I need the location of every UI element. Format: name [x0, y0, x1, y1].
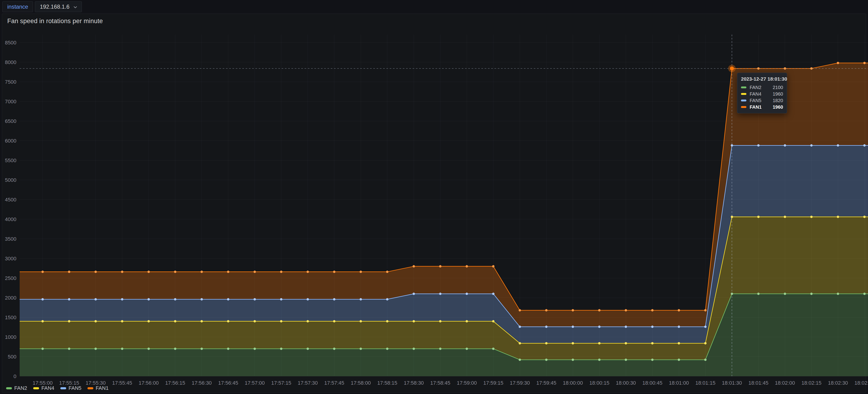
tooltip-timestamp: 2023-12-27 18:01:30 [741, 76, 783, 82]
svg-text:17:55:45: 17:55:45 [112, 380, 132, 386]
svg-text:8500: 8500 [5, 40, 17, 45]
grafana-dashboard: { "variable_bar": { "label": "instance",… [0, 0, 868, 394]
svg-text:18:00:30: 18:00:30 [616, 380, 636, 386]
svg-text:18:00:00: 18:00:00 [563, 380, 583, 386]
series-color-swatch [741, 93, 746, 95]
tooltip-row-fan2: FAN2 2100 [741, 84, 783, 91]
svg-text:18:02:45: 18:02:45 [855, 380, 868, 386]
svg-text:17:58:00: 17:58:00 [351, 380, 371, 386]
svg-text:5500: 5500 [5, 158, 17, 163]
svg-text:17:59:15: 17:59:15 [483, 380, 503, 386]
hover-tooltip: 2023-12-27 18:01:30 FAN2 2100 FAN4 1960 … [737, 73, 787, 113]
svg-text:18:00:15: 18:00:15 [589, 380, 610, 386]
svg-text:17:58:15: 17:58:15 [377, 380, 397, 386]
svg-text:18:02:00: 18:02:00 [775, 380, 795, 386]
svg-text:8000: 8000 [5, 59, 17, 65]
svg-text:6000: 6000 [5, 138, 17, 144]
svg-text:17:57:45: 17:57:45 [324, 380, 344, 386]
svg-text:2000: 2000 [5, 295, 17, 301]
svg-text:17:59:45: 17:59:45 [536, 380, 556, 386]
svg-text:17:59:30: 17:59:30 [510, 380, 530, 386]
svg-text:500: 500 [8, 354, 17, 360]
series-color-swatch [60, 387, 66, 389]
svg-text:18:01:00: 18:01:00 [669, 380, 689, 386]
svg-text:18:01:30: 18:01:30 [722, 380, 742, 386]
svg-text:17:56:00: 17:56:00 [139, 380, 159, 386]
svg-text:18:00:45: 18:00:45 [642, 380, 662, 386]
svg-text:18:01:45: 18:01:45 [748, 380, 769, 386]
series-color-swatch [6, 387, 12, 389]
svg-text:3500: 3500 [5, 236, 17, 242]
legend-item-fan5[interactable]: FAN5 [60, 385, 82, 391]
chart-legend: FAN2 FAN4 FAN5 FAN1 [6, 385, 108, 391]
svg-text:7500: 7500 [5, 79, 17, 85]
legend-label: FAN1 [96, 385, 108, 391]
legend-item-fan1[interactable]: FAN1 [88, 385, 108, 391]
tooltip-row-fan1: FAN1 1960 [741, 104, 783, 110]
svg-text:4000: 4000 [5, 217, 17, 222]
svg-text:17:59:00: 17:59:00 [457, 380, 477, 386]
svg-text:18:01:15: 18:01:15 [695, 380, 715, 386]
svg-text:17:58:45: 17:58:45 [430, 380, 451, 386]
series-color-swatch [741, 87, 746, 88]
series-color-swatch [741, 100, 746, 101]
svg-text:17:58:30: 17:58:30 [404, 380, 424, 386]
svg-text:17:57:15: 17:57:15 [271, 380, 291, 386]
svg-text:6500: 6500 [5, 118, 17, 124]
series-color-swatch [33, 387, 39, 389]
svg-text:17:56:45: 17:56:45 [218, 380, 238, 386]
legend-label: FAN2 [14, 385, 27, 391]
svg-text:0: 0 [13, 373, 17, 379]
svg-text:1000: 1000 [5, 334, 17, 340]
svg-text:17:56:30: 17:56:30 [192, 380, 212, 386]
svg-text:3000: 3000 [5, 256, 17, 262]
svg-text:18:02:15: 18:02:15 [801, 380, 822, 386]
fan-speed-chart[interactable]: 0500100015002000250030003500400045005000… [0, 0, 868, 394]
legend-label: FAN4 [41, 385, 54, 391]
svg-text:7000: 7000 [5, 99, 17, 104]
legend-item-fan2[interactable]: FAN2 [6, 385, 27, 391]
svg-text:4500: 4500 [5, 197, 17, 203]
svg-text:17:57:30: 17:57:30 [298, 380, 318, 386]
series-color-swatch [741, 106, 746, 108]
tooltip-row-fan5: FAN5 1820 [741, 97, 783, 104]
svg-text:1500: 1500 [5, 315, 17, 320]
svg-text:18:02:30: 18:02:30 [828, 380, 848, 386]
series-color-swatch [88, 387, 93, 389]
svg-text:5000: 5000 [5, 177, 17, 183]
legend-item-fan4[interactable]: FAN4 [33, 385, 54, 391]
svg-text:17:56:15: 17:56:15 [165, 380, 185, 386]
legend-label: FAN5 [68, 385, 82, 391]
tooltip-row-fan4: FAN4 1960 [741, 91, 783, 97]
svg-text:2500: 2500 [5, 275, 17, 281]
svg-text:17:57:00: 17:57:00 [245, 380, 265, 386]
